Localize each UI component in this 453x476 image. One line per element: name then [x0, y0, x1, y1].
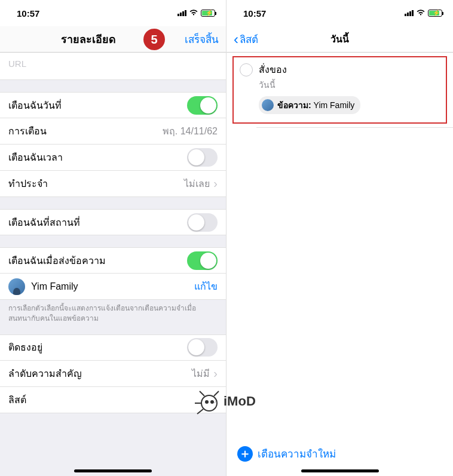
message-chip[interactable]: ข้อความ: Yim Family — [259, 96, 360, 114]
status-time: 10:57 — [17, 8, 39, 19]
alarm-row[interactable]: การเตือน พฤ. 14/11/62 — [0, 118, 226, 145]
battery-icon: ⚡ — [201, 10, 215, 17]
footer-note: การเลือกตัวเลือกนี้จะแสดงการแจ้งเตือนจาก… — [0, 300, 226, 330]
detail-screen: 10:57 ⚡ รายละเอียด 5 เสร็จสิ้น URL เตือน… — [0, 0, 227, 476]
repeat-row[interactable]: ทำประจำ ไม่เลย › — [0, 171, 226, 197]
priority-value: ไม่มี — [192, 366, 210, 381]
back-label: ลิสต์ — [240, 31, 258, 47]
list-row[interactable]: ลิสต์ › — [0, 387, 226, 413]
list-label: ลิสต์ — [8, 392, 26, 407]
remind-message-toggle[interactable] — [187, 251, 218, 270]
remind-time-row[interactable]: เตือนฉันเวลา — [0, 145, 226, 171]
avatar — [8, 278, 25, 295]
navbar-today: ‹ ลิสต์ วันนี้ — [227, 26, 453, 53]
back-button[interactable]: ‹ ลิสต์ — [234, 31, 258, 47]
remind-location-label: เตือนฉันที่สถานที่ — [8, 215, 80, 230]
contact-row[interactable]: Yim Family แก้ไข — [0, 274, 226, 300]
wifi-icon — [189, 8, 198, 18]
remind-message-label: เตือนฉันเมื่อส่งข้อความ — [8, 253, 106, 268]
repeat-value: ไม่เลย — [184, 176, 210, 191]
step-badge: 5 — [143, 29, 165, 50]
chevron-right-icon: › — [213, 177, 218, 191]
url-field[interactable]: URL — [0, 53, 226, 80]
priority-label: ลำดับความสำคัญ — [8, 366, 82, 381]
remind-time-toggle[interactable] — [187, 148, 218, 167]
remind-message-row[interactable]: เตือนฉันเมื่อส่งข้อความ — [0, 247, 226, 274]
status-bar: 10:57 ⚡ — [227, 0, 453, 26]
today-screen: 10:57 ⚡ ‹ ลิสต์ วันนี้ สั่งของ วันนี้ ข้… — [227, 0, 453, 476]
status-bar: 10:57 ⚡ — [0, 0, 226, 26]
reminder-title: สั่งของ — [259, 62, 440, 77]
remind-date-label: เตือนฉันวันที่ — [8, 98, 62, 113]
plus-icon[interactable]: ＋ — [237, 446, 253, 462]
remind-location-row[interactable]: เตือนฉันที่สถานที่ — [0, 209, 226, 235]
priority-row[interactable]: ลำดับความสำคัญ ไม่มี › — [0, 361, 226, 387]
chip-value: Yim Family — [314, 100, 355, 110]
reminder-item[interactable]: สั่งของ วันนี้ ข้อความ: Yim Family — [240, 62, 440, 114]
bottom-bar: ＋ เตือนความจำใหม่ — [227, 446, 453, 462]
checkbox-circle[interactable] — [240, 63, 253, 76]
avatar — [262, 99, 274, 111]
done-button[interactable]: เสร็จสิ้น — [185, 31, 219, 47]
flag-toggle[interactable] — [187, 338, 218, 357]
contact-name: Yim Family — [31, 281, 78, 292]
chevron-right-icon: › — [213, 367, 218, 380]
reminder-highlight: สั่งของ วันนี้ ข้อความ: Yim Family — [232, 56, 447, 124]
new-reminder-button[interactable]: เตือนความจำใหม่ — [258, 446, 336, 462]
signal-icon — [177, 10, 186, 16]
chevron-right-icon: › — [213, 393, 218, 407]
chip-label: ข้อความ: — [277, 100, 311, 110]
remind-location-toggle[interactable] — [187, 213, 218, 232]
battery-icon: ⚡ — [428, 10, 442, 17]
signal-icon — [405, 10, 414, 16]
nav-title: วันนี้ — [227, 32, 453, 47]
remind-time-label: เตือนฉันเวลา — [8, 150, 63, 165]
flag-row[interactable]: ติดธงอยู่ — [0, 334, 226, 361]
remind-date-toggle[interactable] — [187, 96, 218, 115]
edit-button[interactable]: แก้ไข — [194, 279, 218, 294]
home-indicator — [301, 469, 379, 472]
status-time: 10:57 — [243, 8, 266, 19]
alarm-value: พฤ. 14/11/62 — [163, 124, 218, 139]
nav-title: รายละเอียด — [61, 30, 116, 48]
navbar-detail: รายละเอียด 5 เสร็จสิ้น — [0, 26, 226, 53]
wifi-icon — [416, 8, 426, 18]
flag-label: ติดธงอยู่ — [8, 340, 42, 355]
alarm-label: การเตือน — [8, 124, 47, 139]
status-indicators: ⚡ — [177, 8, 215, 18]
chevron-left-icon: ‹ — [234, 32, 238, 47]
home-indicator — [74, 469, 152, 472]
remind-date-row[interactable]: เตือนฉันวันที่ — [0, 92, 226, 118]
reminder-subtitle: วันนี้ — [259, 78, 440, 91]
repeat-label: ทำประจำ — [8, 176, 48, 191]
status-indicators: ⚡ — [405, 8, 442, 18]
